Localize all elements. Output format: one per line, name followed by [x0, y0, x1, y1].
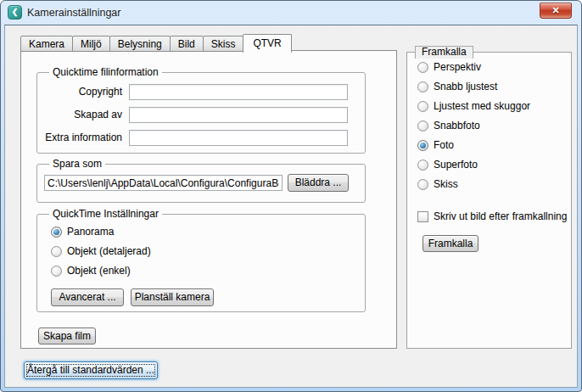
radio-object-detailed-label: Objekt (detaljerad) — [67, 245, 151, 257]
advanced-button[interactable]: Avancerat ... — [51, 288, 124, 306]
file-info-group: Quicktime filinformation Copyright Skapa… — [36, 72, 366, 154]
radio-perspektiv-label: Perspektiv — [434, 61, 481, 73]
radio-foto[interactable]: Foto — [417, 139, 454, 151]
copyright-label: Copyright — [37, 86, 122, 98]
radio-object-simple[interactable]: Objekt (enkel) — [51, 265, 131, 277]
radio-object-simple-label: Objekt (enkel) — [67, 265, 131, 277]
tab-bild[interactable]: Bild — [170, 36, 204, 52]
radio-unselected-icon — [417, 81, 428, 92]
radio-panorama-label: Panorama — [67, 226, 114, 238]
radio-unselected-icon — [417, 120, 428, 132]
extra-info-input[interactable] — [129, 130, 348, 146]
radio-skiss-label: Skiss — [434, 178, 458, 190]
radio-unselected-icon — [417, 101, 428, 112]
radio-snabbfoto[interactable]: Snabbfoto — [417, 120, 480, 132]
tab-bar: Kamera Miljö Belysning Bild Skiss QTVR — [20, 34, 291, 52]
tab-kamera[interactable]: Kamera — [20, 36, 73, 52]
print-after-develop-checkbox[interactable]: Skriv ut bild efter framkallning — [417, 210, 567, 222]
quicktime-settings-group-title: QuickTime Inställningar — [49, 209, 162, 220]
radio-ljustest-med-skuggor-label: Ljustest med skuggor — [434, 100, 530, 112]
tab-qtvr[interactable]: QTVR — [243, 34, 291, 53]
radio-foto-label: Foto — [434, 139, 454, 151]
radio-superfoto-label: Superfoto — [434, 159, 478, 171]
radio-selected-icon — [51, 227, 62, 238]
radio-selected-icon — [417, 140, 428, 151]
file-info-group-title: Quicktime filinformation — [49, 67, 162, 78]
radio-snabb-ljustest[interactable]: Snabb ljustest — [417, 81, 497, 92]
window-title: Kamerainställningar — [27, 7, 120, 19]
plan-camera-button[interactable]: Planställ kamera — [131, 288, 214, 306]
create-movie-button[interactable]: Skapa film — [38, 328, 96, 344]
radio-superfoto[interactable]: Superfoto — [417, 159, 478, 171]
radio-unselected-icon — [51, 246, 62, 257]
checkbox-unchecked-icon — [417, 211, 428, 222]
radio-object-detailed[interactable]: Objekt (detaljerad) — [51, 245, 151, 257]
tab-belysning[interactable]: Belysning — [109, 36, 171, 52]
print-after-develop-label: Skriv ut bild efter framkallning — [434, 210, 567, 222]
save-as-group: Spara som Bläddra ... — [36, 164, 366, 203]
radio-unselected-icon — [417, 62, 428, 73]
radio-panorama[interactable]: Panorama — [51, 226, 114, 238]
quicktime-settings-group: QuickTime Inställningar Panorama Objekt … — [36, 214, 366, 312]
develop-panel-title: Framkalla — [415, 46, 473, 59]
radio-unselected-icon — [417, 160, 428, 171]
radio-ljustest-med-skuggor[interactable]: Ljustest med skuggor — [417, 100, 530, 112]
copyright-input[interactable] — [129, 84, 348, 100]
radio-skiss[interactable]: Skiss — [417, 178, 458, 190]
radio-unselected-icon — [51, 266, 62, 277]
configura-logo-icon: ❮ — [8, 5, 22, 20]
save-as-group-title: Spara som — [49, 159, 105, 170]
radio-snabbfoto-label: Snabbfoto — [434, 120, 480, 132]
created-by-input[interactable] — [129, 107, 348, 123]
created-by-label: Skapad av — [37, 109, 122, 120]
develop-button[interactable]: Framkalla — [423, 235, 478, 252]
browse-button[interactable]: Bläddra ... — [288, 174, 349, 192]
titlebar[interactable]: ❮ Kamerainställningar ✕ — [1, 1, 581, 25]
close-button[interactable]: ✕ — [540, 3, 572, 19]
extra-info-label: Extra information — [37, 132, 122, 143]
radio-unselected-icon — [417, 179, 428, 190]
qtvr-tab-page: Quicktime filinformation Copyright Skapa… — [20, 50, 397, 349]
develop-panel: Framkalla Perspektiv Snabb ljustest Ljus… — [406, 52, 572, 349]
save-path-input[interactable] — [44, 175, 283, 191]
tab-skiss[interactable]: Skiss — [203, 36, 244, 52]
radio-snabb-ljustest-label: Snabb ljustest — [434, 81, 497, 92]
tab-miljo[interactable]: Miljö — [72, 36, 110, 52]
dialog-content: Kamera Miljö Belysning Bild Skiss QTVR Q… — [4, 25, 578, 388]
camera-settings-dialog: ❮ Kamerainställningar ✕ Kamera Miljö Bel… — [0, 0, 582, 392]
radio-perspektiv[interactable]: Perspektiv — [417, 61, 481, 73]
reset-to-defaults-button[interactable]: Återgå till standardvärden ... — [24, 361, 158, 379]
